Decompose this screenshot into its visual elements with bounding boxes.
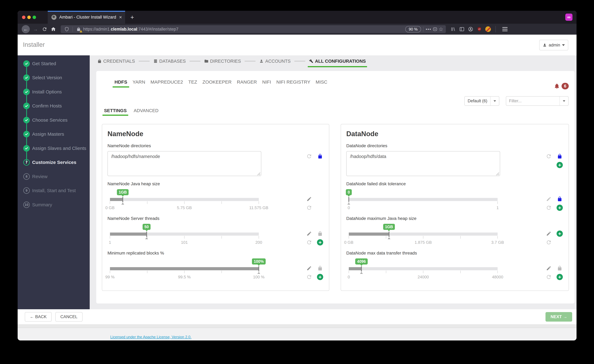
minimize-window-button[interactable] (27, 16, 31, 19)
config-group-select[interactable]: Default (6) (464, 96, 499, 106)
tab-yarn[interactable]: YARN (133, 79, 145, 85)
tab-nifi[interactable]: NIFI (262, 79, 271, 85)
edit-icon[interactable] (306, 266, 312, 271)
filter-caret[interactable] (560, 96, 568, 105)
add-override-icon[interactable]: + (317, 274, 323, 280)
bookmark-star-icon[interactable]: ☆ (439, 26, 443, 32)
new-tab-button[interactable]: + (130, 14, 134, 20)
tab-nifi-registry[interactable]: NIFI REGISTRY (277, 79, 310, 85)
slider-track[interactable] (110, 267, 259, 270)
page-actions-icon[interactable]: ••• (426, 27, 431, 32)
slider-thumb[interactable] (122, 197, 123, 202)
datanode-directories-textarea[interactable]: /hadoop/hdfs/data (346, 151, 500, 176)
slider-thumb[interactable] (389, 232, 389, 237)
final-lock-icon[interactable] (557, 266, 562, 271)
sidebar-toggle-icon[interactable] (458, 26, 466, 33)
final-lock-icon[interactable] (557, 154, 562, 159)
nav-accounts[interactable]: ACCOUNTS (259, 59, 290, 64)
tab-advanced[interactable]: ADVANCED (134, 108, 158, 113)
nav-credentials[interactable]: CREDENTIALS (97, 59, 135, 64)
filter-input[interactable] (506, 99, 560, 103)
tab-hdfs[interactable]: HDFS (115, 79, 127, 85)
tab-ranger[interactable]: RANGER (237, 79, 257, 85)
undo-icon[interactable] (546, 239, 552, 245)
add-override-icon[interactable]: + (317, 239, 323, 245)
noscript-extension-icon[interactable] (485, 26, 492, 33)
heap-size-slider[interactable]: 1GB 0 GB 5.75 GB 11.575 GB (110, 189, 259, 211)
edit-icon[interactable] (306, 231, 312, 236)
final-lock-icon[interactable] (557, 196, 562, 202)
add-directory-icon[interactable]: + (557, 162, 563, 168)
sidebar-step-assign-slaves[interactable]: Assign Slaves and Clients (18, 145, 90, 152)
back-button[interactable]: ← (22, 25, 30, 33)
final-lock-icon[interactable] (317, 231, 323, 236)
edit-icon[interactable] (546, 231, 551, 236)
nav-databases[interactable]: DATABASES (153, 59, 186, 64)
home-button[interactable] (50, 26, 57, 33)
sidebar-step-customize-services[interactable]: 7 Customize Services (18, 159, 90, 166)
maximize-window-button[interactable] (33, 16, 36, 19)
back-button[interactable]: ← BACK (25, 312, 52, 322)
final-lock-icon[interactable] (317, 266, 323, 271)
datanode-heap-slider[interactable]: 1GB 0 GB 1.875 GB 3.7 GB (349, 224, 498, 246)
container-extension-icon[interactable]: ∞ (565, 13, 573, 21)
add-override-icon[interactable]: + (557, 274, 563, 280)
undo-icon[interactable] (306, 205, 312, 211)
nav-all-configurations[interactable]: ALL CONFIGURATIONS (309, 59, 366, 64)
tab-zookeeper[interactable]: ZOOKEEPER (202, 79, 232, 85)
ublock-extension-icon[interactable]: uO (476, 26, 483, 33)
sidebar-step-install-options[interactable]: Install Options (18, 88, 90, 95)
tab-settings[interactable]: SETTINGS (104, 108, 127, 113)
user-menu-button[interactable]: admin (539, 40, 568, 50)
disk-tolerance-slider[interactable]: 0 0 1 (349, 189, 498, 211)
library-icon[interactable] (450, 26, 457, 33)
edit-icon[interactable] (546, 196, 551, 202)
pocket-icon[interactable] (432, 26, 439, 33)
account-icon[interactable] (467, 26, 474, 33)
insecure-lock-icon[interactable] (75, 26, 82, 33)
tab-mapreduce2[interactable]: MAPREDUCE2 (150, 79, 183, 85)
slider-thumb[interactable] (146, 232, 147, 237)
close-window-button[interactable] (22, 16, 25, 19)
reload-button[interactable] (41, 26, 48, 33)
edit-icon[interactable] (546, 266, 551, 271)
sidebar-step-confirm-hosts[interactable]: Confirm Hosts (18, 103, 90, 109)
tracking-shield-icon[interactable] (63, 26, 70, 33)
slider-thumb[interactable] (361, 266, 362, 271)
config-issues-indicator[interactable]: 6 (554, 83, 569, 89)
cancel-button[interactable]: CANCEL (55, 312, 82, 322)
tab-tez[interactable]: TEZ (188, 79, 197, 85)
undo-icon[interactable] (546, 205, 552, 211)
slider-track[interactable] (110, 198, 259, 201)
sidebar-step-select-version[interactable]: Select Version (18, 74, 90, 81)
sidebar-step-choose-services[interactable]: Choose Services (18, 117, 90, 123)
add-override-icon[interactable]: + (557, 205, 563, 211)
undo-icon[interactable] (546, 153, 552, 159)
browser-tab[interactable]: Ambari - Cluster Install Wizard × (48, 11, 125, 24)
select-caret[interactable] (490, 96, 499, 105)
slider-track[interactable] (110, 233, 259, 236)
undo-icon[interactable] (306, 239, 312, 245)
add-override-icon[interactable]: + (557, 230, 563, 237)
license-link[interactable]: Licensed under the Apache License, Versi… (110, 335, 191, 339)
next-button[interactable]: NEXT → (546, 312, 572, 322)
edit-icon[interactable] (306, 196, 312, 202)
nav-directories[interactable]: DIRECTORIES (204, 59, 241, 64)
server-threads-slider[interactable]: 50 1 101 200 (110, 224, 259, 246)
url-bar[interactable]: https://admin1.clemlab.local:7443/#/inst… (61, 25, 446, 33)
slider-track[interactable] (349, 198, 498, 201)
sidebar-step-assign-masters[interactable]: Assign Masters (18, 131, 90, 137)
slider-track[interactable] (349, 233, 498, 236)
undo-icon[interactable] (306, 153, 312, 159)
tab-misc[interactable]: MISC (316, 79, 327, 85)
close-tab-icon[interactable]: × (119, 14, 122, 20)
namenode-directories-textarea[interactable]: /hadoop/hdfs/namenode (108, 151, 261, 176)
hamburger-menu-icon[interactable] (502, 27, 508, 31)
filter-combobox[interactable] (506, 96, 569, 106)
forward-button[interactable]: → (31, 25, 40, 33)
final-lock-icon[interactable] (317, 154, 323, 159)
undo-icon[interactable] (306, 274, 312, 280)
slider-track[interactable] (349, 267, 498, 270)
transfer-threads-slider[interactable]: 4096 0 24000 48000 (349, 258, 498, 280)
zoom-level-badge[interactable]: 90 % (405, 26, 421, 33)
